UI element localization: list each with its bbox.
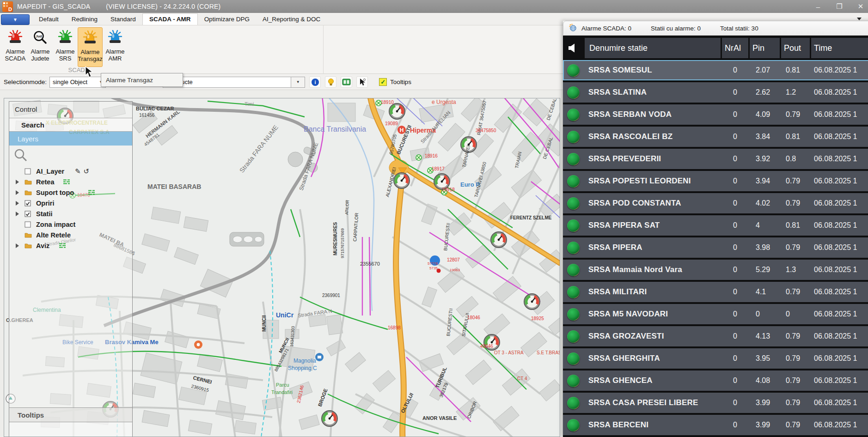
- ribbon-options-icon[interactable]: [857, 18, 862, 20]
- station-name: SRSA SERBAN VODA: [585, 104, 721, 125]
- station-row-srsa-militari[interactable]: SRSA MILITARI 0 4.1 0.79 06.08.2025 1: [563, 282, 868, 302]
- station-row-srsa-mamaia-nord-vara[interactable]: SRSA Mamaia Nord Vara 0 5.29 1.3 06.08.2…: [563, 260, 868, 280]
- tab-redlining[interactable]: Redlining: [65, 14, 104, 25]
- minimize-button[interactable]: –: [813, 3, 823, 11]
- station-row-srsa-grozavesti[interactable]: SRSA GROZAVESTI 0 4.13 0.79 06.08.2025 1: [563, 326, 868, 346]
- station-row-srsa-ghencea[interactable]: SRSA GHENCEA 0 4.08 0.79 06.08.2025 1: [563, 370, 868, 391]
- map-label: UniCr: [276, 311, 294, 319]
- station-pin: 4.09: [750, 104, 780, 125]
- shop-marker[interactable]: [315, 353, 324, 361]
- tab-ai-reporting-doc[interactable]: AI_Reporting & DOC: [256, 14, 327, 25]
- layer-item-retea[interactable]: Retea: [9, 176, 132, 187]
- tab-optimizare-dpg[interactable]: Optimizare DPG: [198, 14, 256, 25]
- station-row-srsa-pod-constanta[interactable]: SRSA POD CONSTANTA 0 4.02 0.79 06.08.202…: [563, 193, 868, 213]
- pin-marker[interactable]: [194, 340, 202, 349]
- tab-scada-amr[interactable]: SCADA - AMR: [142, 13, 198, 25]
- station-name: SRSA PREVEDERII: [585, 149, 721, 169]
- station-row-srsa-popesti-leordeni[interactable]: SRSA POPESTI LEORDENI 0 3.94 0.79 06.08.…: [563, 171, 868, 191]
- button-alarme-scada[interactable]: AlarmeSCADA: [3, 27, 28, 67]
- station-row-srsa-rascoalei-bz[interactable]: SRSA RASCOALEI BZ 0 3.84 0.81 06.08.2025…: [563, 127, 868, 147]
- station-row-srsa-slatina[interactable]: SRSA SLATINA 0 2.62 1.2 06.08.2025 1: [563, 82, 868, 103]
- expand-arrow-icon[interactable]: [16, 201, 19, 206]
- info-icon[interactable]: i: [309, 76, 321, 88]
- station-gauge-icon[interactable]: [524, 294, 540, 310]
- layer-checkbox[interactable]: [24, 221, 31, 228]
- station-nral: 0: [722, 127, 748, 147]
- legend-icon[interactable]: [341, 76, 352, 88]
- station-status-icon: [563, 282, 583, 302]
- button-alarme-srs[interactable]: AlarmeSRS: [53, 27, 78, 67]
- expand-arrow-icon[interactable]: [16, 190, 19, 195]
- folder-icon[interactable]: [24, 232, 32, 238]
- edit-icon[interactable]: ✎: [75, 167, 81, 176]
- expand-arrow-icon[interactable]: [16, 243, 19, 248]
- layer-item-statii[interactable]: Statii: [9, 208, 132, 219]
- station-row-srsa-serban-voda[interactable]: SRSA SERBAN VODA 0 4.09 0.79 06.08.2025 …: [563, 104, 868, 125]
- map-label: 2355670: [360, 261, 380, 267]
- station-status-icon: [563, 304, 583, 324]
- restore-button[interactable]: ❐: [835, 2, 844, 11]
- col-pin[interactable]: Pin: [750, 38, 780, 58]
- station-pout: 0.79: [781, 326, 810, 346]
- map-label: MATEI BASARAB: [147, 183, 201, 190]
- speaker-icon[interactable]: [563, 38, 583, 58]
- layer-item-ai-layer[interactable]: AI_Layer✎↺: [9, 166, 132, 176]
- layer-control-panel: Control Search Layers AI_Layer✎↺ReteaSup…: [9, 101, 133, 437]
- layer-item-alte-retele[interactable]: Alte Retele: [9, 230, 132, 240]
- station-pin: 3.84: [750, 127, 780, 147]
- tooltips-section[interactable]: Tooltips: [9, 407, 132, 422]
- station-pout: 0: [781, 304, 810, 324]
- station-pout: 0.79: [781, 282, 810, 302]
- station-pin: 4.02: [750, 193, 780, 213]
- selectionmode-select[interactable]: single Object ▼: [49, 77, 106, 88]
- magnifier-icon[interactable]: [14, 148, 132, 164]
- station-gauge-icon[interactable]: [394, 173, 410, 188]
- layer-item-zona-impact[interactable]: Zona impact: [9, 219, 132, 230]
- layer-item-suport-topo[interactable]: Suport topo: [9, 187, 132, 198]
- layer-checkbox[interactable]: [24, 200, 31, 206]
- bulb-icon[interactable]: [325, 76, 336, 88]
- station-row-srsa-gherghita[interactable]: SRSA GHERGHITA 0 3.95 0.79 06.08.2025 1: [563, 348, 868, 369]
- col-pout[interactable]: Pout: [781, 38, 810, 58]
- station-row-srsa-prevederii[interactable]: SRSA PREVEDERII 0 3.92 0.8 06.08.2025 1: [563, 149, 868, 169]
- station-nral: 0: [722, 393, 748, 413]
- tooltips-checkbox[interactable]: ✓: [379, 78, 387, 86]
- refresh-icon[interactable]: ↺: [84, 167, 90, 176]
- layer-item-aviz[interactable]: Aviz: [9, 240, 132, 251]
- station-gauge-icon[interactable]: [322, 411, 337, 426]
- expand-arrow-icon[interactable]: [16, 180, 19, 184]
- col-denumire[interactable]: Denumire statie: [585, 38, 721, 58]
- map-viewport[interactable]: HBULIAC CEZAR161456HERMANN KARL4548781Ti…: [4, 98, 560, 437]
- layers-section[interactable]: Layers: [9, 132, 132, 146]
- layer-checkbox[interactable]: [24, 211, 31, 217]
- station-row-srsa-pipera[interactable]: SRSA PIPERA 0 3.98 0.79 06.08.2025 1: [563, 237, 868, 258]
- station-row-srsa-m5-navodari[interactable]: SRSA M5 NAVODARI 0 0 0 06.08.2025 1: [563, 304, 868, 324]
- search-section[interactable]: Search: [9, 118, 132, 132]
- station-gauge-icon[interactable]: [491, 232, 507, 248]
- folder-icon[interactable]: [24, 179, 32, 185]
- tab-default[interactable]: Default: [32, 14, 65, 25]
- col-time[interactable]: Time: [811, 38, 868, 58]
- folder-icon[interactable]: [24, 189, 32, 195]
- station-row-srsa-somesul[interactable]: SRSA SOMESUL 0 2.07 0.81 06.08.2025 1: [563, 60, 868, 80]
- button-alarme-transgaz[interactable]: AlarmeTransgaz: [78, 27, 103, 67]
- close-button[interactable]: ✕: [856, 2, 865, 11]
- file-menu-button[interactable]: ▼: [1, 14, 30, 25]
- station-row-srsa-pipera-sat[interactable]: SRSA PIPERA SAT 0 4 0.81 06.08.2025 1: [563, 215, 868, 236]
- station-row-srsa-casa-presei-libere[interactable]: SRSA CASA PRESEI LIBERE 0 3.99 0.79 06.0…: [563, 393, 868, 413]
- station-table: Denumire statie NrAl Pin Pout Time SRSA …: [563, 36, 868, 437]
- expand-arrow-icon[interactable]: [16, 212, 19, 216]
- folder-icon[interactable]: [24, 243, 32, 249]
- layer-item-opriri[interactable]: Opriri: [9, 198, 132, 208]
- col-nral[interactable]: NrAl: [722, 38, 748, 58]
- layer-checkbox[interactable]: [24, 168, 31, 175]
- station-gauge-icon[interactable]: [389, 103, 405, 119]
- tab-standard[interactable]: Standard: [104, 14, 142, 25]
- button-alarme-amr[interactable]: AlarmeAMR: [103, 27, 128, 67]
- station-row-srsa-berceni[interactable]: SRSA BERCENI 0 3.99 0.79 06.08.2025 1: [563, 415, 868, 435]
- cursor-icon[interactable]: [356, 76, 368, 88]
- station-time: 06.08.2025 1: [811, 370, 868, 391]
- button-alarme-judete[interactable]: Jud AlarmeJudete: [28, 27, 53, 67]
- featureclass-dropdown-button[interactable]: ▼: [291, 77, 305, 88]
- station-name: SRSA PIPERA SAT: [585, 215, 721, 236]
